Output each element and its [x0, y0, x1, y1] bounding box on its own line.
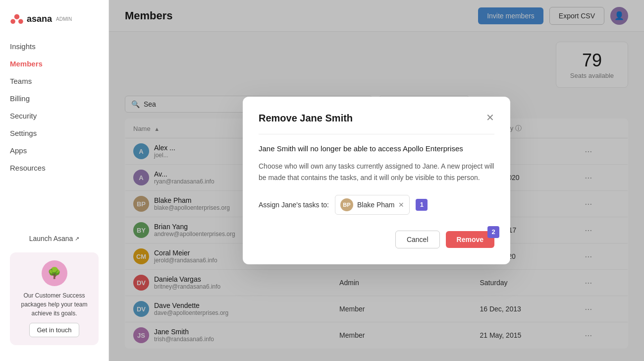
sidebar-nav: Insights Members Teams Billing Security … [0, 38, 108, 223]
assignee-chip[interactable]: BP Blake Pham ✕ [335, 195, 410, 215]
sidebar-item-resources[interactable]: Resources [0, 159, 108, 177]
remove-member-modal: Remove Jane Smith ✕ Jane Smith will no l… [243, 97, 510, 264]
modal-header: Remove Jane Smith ✕ [259, 113, 494, 124]
sidebar-item-insights[interactable]: Insights [0, 38, 108, 55]
get-in-touch-button[interactable]: Get in touch [29, 323, 79, 337]
customer-success-text: Our Customer Success packages help your … [18, 291, 91, 318]
modal-message: Jane Smith will no longer be able to acc… [259, 144, 494, 153]
asana-logo-icon [10, 12, 24, 26]
admin-badge: ADMIN [56, 16, 72, 22]
sidebar-item-security[interactable]: Security [0, 107, 108, 124]
sidebar-bottom: Launch Asana ↗ 🌳 Our Customer Success pa… [0, 223, 108, 353]
modal-description: Choose who will own any tasks currently … [259, 161, 494, 183]
sidebar-item-settings[interactable]: Settings [0, 124, 108, 142]
main-content: Members Invite members Export CSV 👤 79 S… [109, 0, 644, 361]
remove-assignee-button[interactable]: ✕ [398, 201, 404, 208]
assignee-avatar: BP [340, 198, 353, 211]
sidebar-item-billing[interactable]: Billing [0, 90, 108, 107]
modal-footer: Cancel Remove 2 [259, 231, 494, 248]
svg-point-0 [14, 14, 20, 19]
sidebar-item-apps[interactable]: Apps [0, 142, 108, 159]
assign-label: Assign Jane's tasks to: [259, 201, 329, 209]
modal-title: Remove Jane Smith [259, 113, 353, 124]
remove-button-wrapper: Remove 2 [446, 231, 494, 248]
sidebar-item-teams[interactable]: Teams [0, 72, 108, 90]
assign-row: Assign Jane's tasks to: BP Blake Pham ✕ … [259, 195, 494, 215]
launch-asana-link[interactable]: Launch Asana ↗ [19, 231, 90, 246]
customer-success-box: 🌳 Our Customer Success packages help you… [10, 252, 99, 345]
modal-divider [259, 134, 494, 134]
sidebar-item-members[interactable]: Members [0, 55, 108, 72]
svg-point-1 [10, 19, 15, 24]
customer-success-avatar: 🌳 [42, 260, 67, 286]
modal-overlay[interactable]: Remove Jane Smith ✕ Jane Smith will no l… [109, 0, 644, 361]
external-link-icon: ↗ [75, 236, 79, 242]
sidebar: asana ADMIN Insights Members Teams Billi… [0, 0, 109, 361]
modal-close-button[interactable]: ✕ [486, 113, 494, 122]
step-2-badge: 2 [487, 226, 499, 238]
cancel-button[interactable]: Cancel [395, 231, 440, 248]
step-1-badge: 1 [416, 199, 428, 211]
assignee-name: Blake Pham [357, 201, 394, 209]
sidebar-logo: asana ADMIN [0, 8, 108, 38]
asana-logo-text: asana [27, 14, 52, 24]
svg-point-2 [18, 19, 23, 24]
